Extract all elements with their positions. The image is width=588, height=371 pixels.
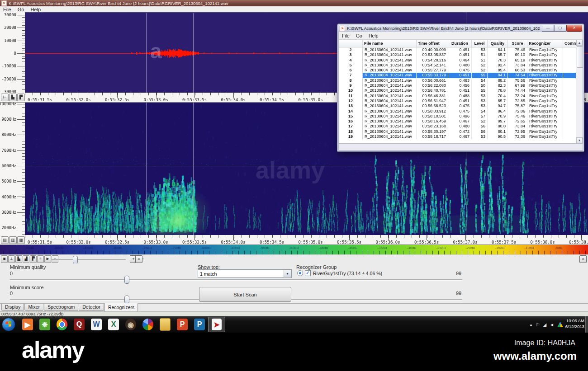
column-header-Level[interactable]: Level: [472, 40, 488, 47]
dialog-menu-help[interactable]: Help: [365, 33, 382, 38]
maximize-button[interactable]: ▢: [554, 25, 566, 32]
scroll-up-icon[interactable]: ▲: [576, 40, 583, 46]
recognizer-checkbox[interactable]: ✓: [305, 270, 311, 276]
zoom-slider-thumb[interactable]: [73, 256, 78, 264]
table-row[interactable]: 13R_20130604_102141.wav00:56:58.5230.475…: [339, 103, 583, 108]
tab-display[interactable]: Display: [1, 304, 24, 311]
waveform-view-button[interactable]: ⊢: [1, 94, 9, 101]
taskbar-excel-icon-glyph: X: [108, 319, 119, 330]
table-row[interactable]: 12R_20130604_102141.wav00:56:51.9470.451…: [339, 99, 583, 103]
tray-overflow-icon[interactable]: ▲: [529, 323, 532, 326]
table-row[interactable]: 4R_20130604_102141.wav00:54:28.2160.4645…: [339, 58, 583, 63]
page-view-button[interactable]: ▣: [1, 255, 8, 263]
table-row[interactable]: 3R_20130604_102141.wav00:53:05.8370.4515…: [339, 52, 583, 57]
table-row[interactable]: 2R_20130604_102141.wav00:40:00.0990.4515…: [339, 47, 583, 53]
taskbar-excel-icon[interactable]: X: [105, 317, 122, 332]
tab-recognizers[interactable]: Recognizers: [104, 303, 138, 312]
column-header-rownum[interactable]: [339, 40, 363, 47]
zoom-slider-track[interactable]: [51, 259, 126, 260]
list-view-button[interactable]: ▤: [1, 236, 9, 244]
app-icon: >: [1, 0, 7, 6]
taskbar-camera-app-icon[interactable]: ◉: [122, 317, 139, 332]
dialog-menu-file[interactable]: File: [339, 33, 353, 38]
show-top-select[interactable]: 1 match ▼: [198, 269, 292, 278]
table-row[interactable]: 5R_20130604_102141.wav00:54:52.1410.4805…: [339, 63, 583, 68]
taskbar-media-player-icon[interactable]: ▶: [19, 317, 36, 332]
dialog-titlebar[interactable]: > K:\SWFL Acoustics Monitoring\2013\RG S…: [338, 25, 583, 32]
dialog-menu-go[interactable]: Go: [353, 33, 365, 38]
menu-file[interactable]: File: [0, 7, 14, 12]
column-header-Quality[interactable]: Quality: [488, 40, 508, 47]
taskbar-quicktime-icon[interactable]: Q: [71, 317, 88, 332]
page-back-button[interactable]: «: [135, 255, 142, 263]
amplitude-ruler: [0, 12, 25, 93]
taskbar-clock[interactable]: 10:06 AM 6/12/2013: [565, 318, 584, 329]
column-header-File name[interactable]: File name: [363, 40, 417, 47]
taskbar-picasa-icon[interactable]: [139, 317, 156, 332]
table-row[interactable]: 9R_20130604_102141.wav00:56:22.0800.4565…: [339, 83, 583, 88]
cell-recog: RiverGuy1stTry: [527, 99, 563, 103]
cell-time: 00:54:28.216: [417, 58, 448, 63]
taskbar-explorer-icon[interactable]: [156, 317, 174, 332]
taskbar-publisher-icon[interactable]: P: [191, 317, 208, 332]
list-dense-view-button[interactable]: ▥: [9, 236, 17, 244]
axis-view-button[interactable]: ⊥: [8, 255, 15, 263]
min-score-thumb[interactable]: [124, 296, 129, 304]
show-desktop-button[interactable]: [585, 316, 588, 333]
min-quality-track[interactable]: [10, 279, 462, 281]
chart-high-button[interactable]: ▟: [23, 255, 29, 263]
table-row[interactable]: 8R_20130604_102141.wav00:56:00.6610.4835…: [339, 78, 583, 83]
tab-detector[interactable]: Detector: [79, 304, 104, 311]
taskbar-green-app-icon[interactable]: ❉: [36, 317, 53, 332]
zoom-toolbar: ▣⊥▙▟▛≡▶∩ + « ‹ »: [0, 254, 588, 264]
taskbar-chrome-icon[interactable]: [53, 317, 71, 332]
start-button[interactable]: [2, 318, 15, 331]
page-forward-button[interactable]: »: [579, 255, 587, 263]
column-header-Score[interactable]: Score: [508, 40, 527, 47]
start-scan-button[interactable]: Start Scan: [199, 287, 291, 302]
bars-small-view-button[interactable]: ▙: [9, 94, 17, 101]
table-row[interactable]: 14R_20130604_102141.wav00:58:03.9120.475…: [339, 109, 583, 114]
action-center-flag-icon[interactable]: ⚐: [536, 322, 540, 327]
status-bar: 00:55:37.437 6093.75Hz -72.39dB: [0, 311, 588, 316]
table-row[interactable]: 11R_20130604_102141.wav00:56:46.3810.488…: [339, 94, 583, 99]
volume-icon[interactable]: ◄: [550, 322, 554, 327]
bars-large-view-button[interactable]: ▛: [17, 94, 25, 101]
tab-spectrogram[interactable]: Spectrogram: [44, 304, 78, 311]
minimize-button[interactable]: —: [542, 25, 554, 32]
taskbar-songscope-icon[interactable]: ➤: [208, 317, 225, 332]
recognizer-group-radio[interactable]: [297, 270, 303, 276]
dialog-scrollbar[interactable]: ▲ ▼: [576, 40, 583, 143]
cell-file: R_20130604_102141.wav: [363, 88, 417, 93]
tab-mixer[interactable]: Mixer: [24, 304, 43, 311]
min-quality-thumb[interactable]: [124, 276, 129, 284]
table-row[interactable]: 6R_20130604_102141.wav00:55:27.7790.4755…: [339, 68, 583, 73]
column-header-Duration[interactable]: Duration: [448, 40, 472, 47]
min-score-label: Minimum score: [10, 285, 44, 290]
scroll-down-icon[interactable]: ▼: [576, 137, 583, 143]
play-button[interactable]: ▶: [44, 255, 51, 263]
scrollbar-thumb[interactable]: [577, 46, 583, 68]
taskbar-green-app-icon-glyph: ❉: [39, 319, 50, 330]
table-row[interactable]: 7R_20130604_102141.wav00:55:33.1790.4515…: [339, 73, 583, 78]
column-header-Recognizer[interactable]: Recognizer: [527, 40, 563, 47]
taskbar-powerpoint-icon[interactable]: P: [174, 317, 191, 332]
menu-go[interactable]: Go: [14, 7, 28, 12]
chart-low-button[interactable]: ▙: [15, 255, 22, 263]
table-row[interactable]: 15R_20130604_102141.wav00:58:10.5010.496…: [339, 114, 583, 119]
table-row[interactable]: 10R_20130604_102141.wav00:56:40.7810.451…: [339, 88, 583, 93]
close-button[interactable]: ✕: [566, 25, 582, 32]
taskbar-word-icon[interactable]: W: [88, 317, 105, 332]
google-drive-icon[interactable]: [557, 322, 563, 327]
grid-view-button[interactable]: ▦: [17, 236, 25, 244]
table-row[interactable]: 16R_20130604_102141.wav00:58:16.4590.467…: [339, 119, 583, 124]
table-row[interactable]: 18R_20130604_102141.wav00:58:30.1970.472…: [339, 129, 583, 134]
table-row[interactable]: 17R_20130604_102141.wav00:58:23.1680.480…: [339, 124, 583, 129]
cell-file: R_20130604_102141.wav: [363, 109, 417, 114]
table-row[interactable]: 19R_20130604_102141.wav00:59:18.7170.467…: [339, 134, 583, 139]
network-icon[interactable]: ◢: [543, 322, 546, 327]
column-header-Time offset[interactable]: Time offset: [417, 40, 448, 47]
chart-top-button[interactable]: ▛: [30, 255, 37, 263]
list-lines-button[interactable]: ≡: [37, 255, 44, 263]
menu-help[interactable]: Help: [27, 7, 44, 12]
